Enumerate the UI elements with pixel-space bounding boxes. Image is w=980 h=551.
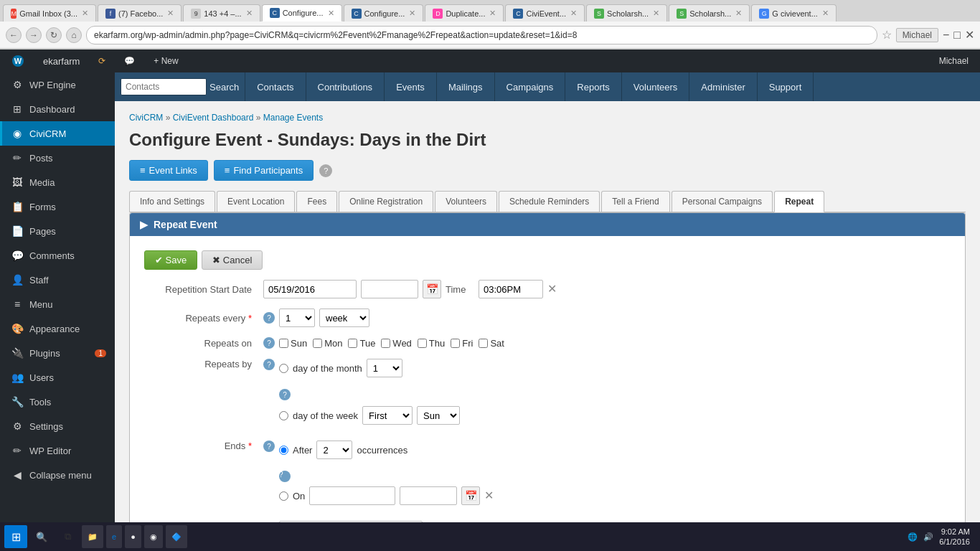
ends-on-date-secondary[interactable] <box>400 486 457 505</box>
breadcrumb-civicrm[interactable]: CiviCRM <box>129 113 163 123</box>
sidebar-item-wp-engine[interactable]: ⚙ WP Engine <box>0 72 115 97</box>
repeats-by-dow-day-select[interactable]: Sun Mon Tue Wed Thu Fri Sat <box>417 406 460 425</box>
civicrm-nav-events[interactable]: Events <box>385 72 437 101</box>
repeats-by-dow-radio[interactable] <box>279 411 288 420</box>
day-thu-checkbox[interactable] <box>418 339 427 348</box>
sidebar-item-settings[interactable]: ⚙ Settings <box>0 414 115 438</box>
civicrm-nav-contributions[interactable]: Contributions <box>306 72 385 101</box>
ends-on-date-input[interactable] <box>309 486 395 505</box>
repeats-every-help-icon[interactable]: ? <box>263 312 275 324</box>
repeats-by-dow-first-select[interactable]: First Second Third Fourth Last <box>362 406 413 425</box>
sidebar-item-media[interactable]: 🖼 Media <box>0 170 115 194</box>
tab-schedule-reminders[interactable]: Schedule Reminders <box>499 191 600 212</box>
tab-close-fb[interactable]: ✕ <box>167 9 174 18</box>
repeats-by-dom-radio[interactable] <box>279 364 288 373</box>
day-wed-label[interactable]: Wed <box>381 338 412 349</box>
taskbar-start-button[interactable]: ⊞ <box>4 525 27 548</box>
close-window-button[interactable]: ✕ <box>965 28 974 42</box>
ends-on-calendar-button[interactable]: 📅 <box>461 486 480 505</box>
sidebar-item-dashboard[interactable]: ⊞ Dashboard <box>0 97 115 121</box>
taskbar-task-view[interactable]: ⧉ <box>56 525 79 548</box>
repeats-by-help-icon[interactable]: ? <box>263 359 275 370</box>
civicrm-nav-reports[interactable]: Reports <box>565 72 622 101</box>
sidebar-item-wp-editor[interactable]: ✏ WP Editor <box>0 438 115 463</box>
page-help-icon[interactable]: ? <box>319 164 332 177</box>
civicrm-nav-contacts[interactable]: Contacts <box>245 72 306 101</box>
repetition-start-date-calendar-button[interactable]: 📅 <box>423 280 441 298</box>
tab-volunteers[interactable]: Volunteers <box>435 191 497 212</box>
tab-close-civievent2[interactable]: ✕ <box>822 9 829 18</box>
civicrm-search-box[interactable]: Search <box>115 72 245 101</box>
tab-close-gmail[interactable]: ✕ <box>82 9 88 18</box>
repeats-every-unit-select[interactable]: day week month year <box>319 309 369 327</box>
taskbar-app-edge[interactable]: e <box>106 525 122 548</box>
day-tue-label[interactable]: Tue <box>348 338 375 349</box>
adminbar-new[interactable]: + New <box>149 50 182 72</box>
adminbar-user[interactable]: Michael <box>935 50 973 72</box>
panel-expand-icon[interactable]: ▶ <box>140 219 148 230</box>
taskbar-app-civicrm[interactable]: ◉ <box>144 525 163 548</box>
breadcrumb-manage-events[interactable]: Manage Events <box>263 113 323 123</box>
event-links-button[interactable]: ≡ Event Links <box>129 160 208 181</box>
maximize-button[interactable]: □ <box>953 29 961 42</box>
tab-close-configure2[interactable]: ✕ <box>409 9 415 18</box>
browser-tab-configure1[interactable]: C Configure... ✕ <box>262 4 342 22</box>
tab-close-dup[interactable]: ✕ <box>489 9 496 18</box>
taskbar-app-chrome[interactable]: ● <box>125 525 141 548</box>
tab-close-scholar2[interactable]: ✕ <box>735 9 742 18</box>
address-bar[interactable] <box>86 26 877 44</box>
sidebar-item-forms[interactable]: 📋 Forms <box>0 194 115 219</box>
browser-tab-fb[interactable]: f (7) Facebo... ✕ <box>98 4 182 22</box>
browser-tab-duplicate[interactable]: D Duplicate... ✕ <box>425 4 504 22</box>
repeats-by-dow-help-icon[interactable]: ? <box>279 389 291 400</box>
back-button[interactable]: ← <box>6 27 22 43</box>
tab-personal-campaigns[interactable]: Personal Campaigns <box>672 191 773 212</box>
sidebar-item-collapse[interactable]: ◀ Collapse menu <box>0 463 115 487</box>
day-fri-checkbox[interactable] <box>451 339 460 348</box>
taskbar-search[interactable]: 🔍 <box>30 525 53 548</box>
sidebar-item-plugins[interactable]: 🔌 Plugins 1 <box>0 341 115 365</box>
sidebar-item-comments[interactable]: 💬 Comments <box>0 243 115 268</box>
adminbar-site-name[interactable]: ekarfarm <box>39 50 84 72</box>
ends-on-radio[interactable] <box>279 491 288 501</box>
ends-help-icon[interactable]: ? <box>263 441 275 452</box>
tab-info-and-settings[interactable]: Info and Settings <box>129 191 215 212</box>
ends-after-radio[interactable] <box>279 446 288 455</box>
browser-tab-gmail[interactable]: M Gmail Inbox (3... ✕ <box>3 4 96 22</box>
adminbar-comments[interactable]: 💬 <box>120 50 139 72</box>
sidebar-item-pages[interactable]: 📄 Pages <box>0 219 115 243</box>
user-profile[interactable]: Michael <box>896 28 938 42</box>
ends-after-count-select[interactable]: 1 2 3 4 5 10 15 20 <box>316 441 352 459</box>
save-button-top[interactable]: ✔ Save <box>144 250 197 270</box>
browser-tab-scholar2[interactable]: S Scholarsh... ✕ <box>669 4 750 22</box>
ends-on-help-icon[interactable]: ? <box>279 471 291 482</box>
sidebar-item-civicrm[interactable]: ◉ CiviCRM <box>0 121 115 146</box>
browser-tab-civievent[interactable]: C CiviEvent... ✕ <box>505 4 585 22</box>
repetition-start-date-input[interactable] <box>263 280 357 298</box>
tab-event-location[interactable]: Event Location <box>217 191 295 212</box>
minimize-button[interactable]: − <box>943 29 949 42</box>
time-input[interactable] <box>479 280 543 298</box>
home-button[interactable]: ⌂ <box>66 27 82 43</box>
browser-tab-scholar1[interactable]: S Scholarsh... ✕ <box>586 4 667 22</box>
tab-close-configure1[interactable]: ✕ <box>328 9 334 18</box>
repetition-start-date-time-secondary[interactable] <box>361 280 418 298</box>
tab-tell-a-friend[interactable]: Tell a Friend <box>601 191 669 212</box>
browser-tab-143[interactable]: 9 143 +4 –... ✕ <box>183 4 260 22</box>
repeats-on-help-icon[interactable]: ? <box>263 337 275 349</box>
adminbar-wp-logo[interactable]: W <box>7 50 29 72</box>
sidebar-item-users[interactable]: 👥 Users <box>0 365 115 390</box>
repeats-by-dom-select[interactable]: 1 2 3 <box>367 359 402 377</box>
day-sat-checkbox[interactable] <box>479 339 488 348</box>
reload-button[interactable]: ↻ <box>46 27 62 43</box>
taskbar-app-explorer[interactable]: 📁 <box>82 525 103 548</box>
browser-tab-configure2[interactable]: C Configure... ✕ <box>344 4 424 22</box>
day-wed-checkbox[interactable] <box>381 339 390 348</box>
bookmark-star-icon[interactable]: ☆ <box>882 28 892 42</box>
civicrm-nav-campaigns[interactable]: Campaigns <box>495 72 566 101</box>
time-clear-button[interactable]: ✕ <box>547 283 557 295</box>
day-mon-checkbox[interactable] <box>313 339 322 348</box>
browser-tab-civievent2[interactable]: G G civievent... ✕ <box>751 4 837 22</box>
civicrm-nav-mailings[interactable]: Mailings <box>437 72 495 101</box>
cancel-button-top[interactable]: ✖ Cancel <box>202 250 263 270</box>
